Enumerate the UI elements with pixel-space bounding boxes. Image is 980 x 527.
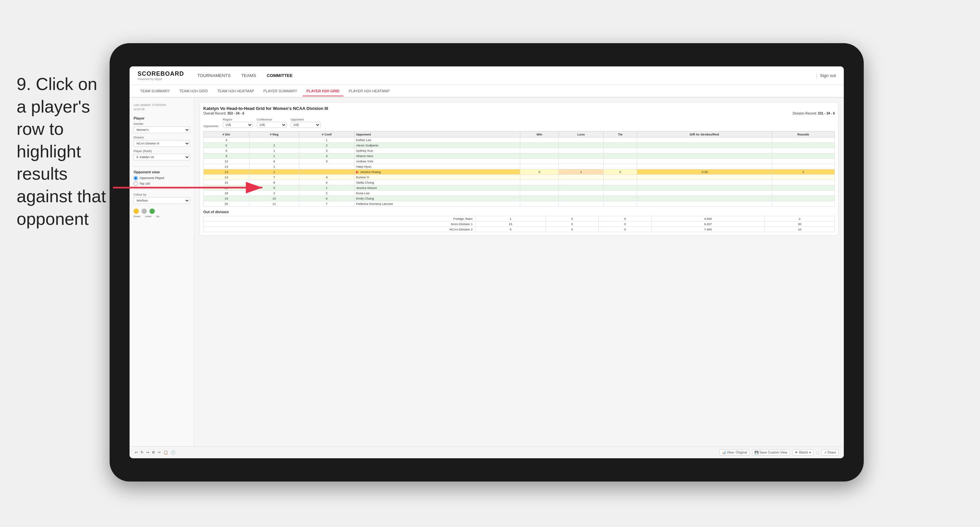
opponents-label: Opponents: [203,125,219,128]
cell-win [520,175,559,180]
cell-loss [558,153,603,159]
cell-loss [558,159,603,164]
cell-loss [558,143,603,148]
cell-rounds [772,190,835,196]
cell-win [520,164,559,169]
cell-win [520,196,559,201]
cut-icon[interactable]: ✂ [158,450,161,455]
nav-divider: | [816,73,817,79]
cell-opponent: Alexis Sudjianto [354,143,520,148]
cell-win [520,159,559,164]
cell-rounds [772,164,835,169]
main-table-container: # Div # Reg # Conf Opponent Win Loss Tie… [203,131,835,206]
cell-loss [558,190,603,196]
watch-button[interactable]: 👁 Watch ▾ [792,449,813,456]
table-row[interactable]: 1585Stella Chong [204,180,835,185]
table-row[interactable]: 522Alexis Sudjianto [204,143,835,148]
annotation-text: 9. Click on a player's row to highlight … [17,73,110,230]
sidebar: Last Updated: 27/03/2024 16:55:38 Player… [130,98,194,446]
table-row[interactable]: 20117Federica Domecq Lacroze [204,201,835,206]
save-custom-view-button[interactable]: 💾 Save Custom View [752,449,790,456]
cell-conf: 4 [299,175,355,180]
cell-win [520,148,559,153]
sign-out-button[interactable]: Sign out [820,73,836,78]
out-tie: 0 [599,216,651,222]
sidebar-player-title: Player [134,116,190,120]
out-loss: 0 [546,222,598,227]
sub-nav: TEAM SUMMARY TEAM H2H GRID TEAM H2H HEAT… [130,85,844,98]
table-row[interactable]: 13 1 ▶Jessica Huang 0 1 0 -3.00 2 [204,169,835,175]
tab-team-summary[interactable]: TEAM SUMMARY [136,86,174,96]
table-row[interactable]: 1474Eunice Yi [204,175,835,180]
cell-tie [604,201,637,206]
cell-rounds: 2 [772,169,835,175]
division-select[interactable]: NCAA Division III [134,140,190,147]
out-loss: 0 [546,227,598,232]
conference-filter-select[interactable]: (All) [257,122,287,128]
cell-diff [637,196,772,201]
top-nav: SCOREBOARD Powered by clippd TOURNAMENTS… [130,67,844,85]
gender-select[interactable]: Women's [134,127,190,133]
colour-up [150,208,155,214]
cell-rounds [772,159,835,164]
out-division-row[interactable]: NAIA Division 1 15 0 0 9.267 30 [204,222,835,227]
save-icon[interactable]: ↪ [146,450,149,455]
paste-icon[interactable]: 📋 [164,450,168,455]
out-division-row[interactable]: Foreign Team 1 0 0 4.500 2 [204,216,835,222]
tab-team-h2h-heatmap[interactable]: TEAM H2H HEATMAP [213,86,258,96]
out-win: 5 [476,227,546,232]
cell-rounds [772,185,835,190]
table-row[interactable]: 1063Andrea York [204,159,835,164]
opponent-filter-select[interactable]: (All) [291,122,321,128]
col-loss: Loss [558,132,603,138]
cell-diff [637,148,772,153]
tab-player-h2h-heatmap[interactable]: PLAYER H2H HEATMAP [345,86,394,96]
cell-rounds [772,138,835,143]
out-loss: 0 [546,216,598,222]
record-row: Overall Record: 353 - 34 - 6 Division Re… [203,111,835,115]
cell-loss: 1 [558,169,603,175]
undo-icon[interactable]: ↩ [135,450,138,455]
colour-labels: Down Level Up [134,215,190,218]
bottom-toolbar: ↩ ↻ ↪ ⚙ ✂ 📋 🕐 📊 View: Original 💾 Save Cu… [130,446,844,458]
sidebar-division-label: Division [134,136,190,139]
col-diff: Diff Av Strokes/Rnd [637,132,772,138]
table-row[interactable]: 19106Emily Chang [204,196,835,201]
out-of-division-title: Out of division [203,210,835,214]
cell-loss [558,196,603,201]
cell-opponent: Euna Lee [354,190,520,196]
tab-player-h2h-grid[interactable]: PLAYER H2H GRID [303,86,344,96]
out-tie: 0 [599,222,651,227]
nav-tournaments[interactable]: TOURNAMENTS [197,72,231,79]
view-original-button[interactable]: 📊 View: Original [719,449,749,456]
out-rounds: 2 [764,216,835,222]
nav-teams[interactable]: TEAMS [241,72,256,79]
cell-opponent: Sharon Mun [354,153,520,159]
cell-conf: 3 [299,159,355,164]
table-row[interactable]: 1691Jessica Mason [204,185,835,190]
player-rank-select[interactable]: 8. Katelyn Vo [134,154,190,160]
nav-committee[interactable]: COMMITTEE [267,72,293,79]
table-row[interactable]: 1822Euna Lee [204,190,835,196]
table-row[interactable]: 131Haeji Hyun [204,164,835,169]
clock-icon[interactable]: 🕐 [171,450,175,455]
logo-text: SCOREBOARD [138,71,184,77]
settings-icon[interactable]: ⚙ [152,450,155,455]
table-header-row: # Div # Reg # Conf Opponent Win Loss Tie… [204,132,835,138]
table-row[interactable]: 613Sydney Kuo [204,148,835,153]
tab-team-h2h-grid[interactable]: TEAM H2H GRID [175,86,212,96]
out-division-row[interactable]: NCAA Division 2 5 0 0 7.400 10 [204,227,835,232]
cell-rounds [772,153,835,159]
region-filter-select[interactable]: (All) [223,122,253,128]
cell-tie [604,159,637,164]
table-row[interactable]: 31Esther Lee [204,138,835,143]
cell-opponent: ▶Jessica Huang [354,169,520,175]
share-button[interactable]: ↗ Share [821,449,838,456]
cell-win [520,180,559,185]
col-reg: # Reg [249,132,299,138]
redo-icon[interactable]: ↻ [140,450,143,455]
tab-player-summary[interactable]: PLAYER SUMMARY [259,86,301,96]
table-row[interactable]: 914Sharon Mun [204,153,835,159]
cell-loss [558,201,603,206]
tablet-screen: SCOREBOARD Powered by clippd TOURNAMENTS… [130,67,844,458]
